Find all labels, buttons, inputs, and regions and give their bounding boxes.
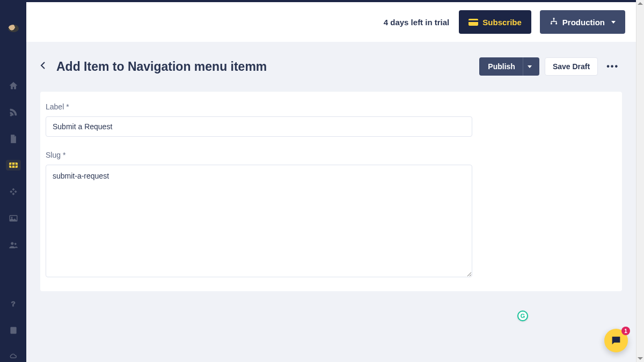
- svg-rect-9: [10, 327, 16, 334]
- back-button[interactable]: [40, 62, 46, 71]
- scrollbar[interactable]: [636, 0, 644, 362]
- caret-down-icon: [528, 65, 532, 68]
- components-icon: [9, 187, 18, 197]
- credit-card-icon: [469, 19, 478, 26]
- avatar[interactable]: [8, 25, 19, 32]
- save-draft-button[interactable]: Save Draft: [545, 57, 598, 76]
- svg-rect-12: [555, 23, 557, 24]
- environment-selector[interactable]: Production: [540, 10, 625, 34]
- label-field-group: Label *: [46, 102, 475, 137]
- sidebar-item-collections[interactable]: [6, 160, 21, 171]
- sidebar-item-components[interactable]: [6, 187, 21, 197]
- book-icon: [9, 326, 18, 335]
- sidebar-item-blog[interactable]: [6, 107, 21, 117]
- svg-rect-10: [553, 18, 554, 19]
- chat-launcher-button[interactable]: 1: [604, 329, 628, 352]
- sidebar-item-home[interactable]: [6, 80, 21, 91]
- page-header-row: Add Item to Navigation menu itemm Publis…: [40, 57, 622, 76]
- grammarly-badge[interactable]: G: [517, 311, 528, 321]
- save-draft-label: Save Draft: [553, 62, 590, 71]
- slug-field-group: Slug *: [46, 151, 475, 279]
- environment-label: Production: [562, 18, 605, 27]
- form-card: Label * Slug *: [40, 92, 622, 291]
- more-actions-button[interactable]: •••: [603, 62, 622, 71]
- trial-remaining-text: 4 days left in trial: [384, 18, 450, 27]
- sidebar-item-media[interactable]: [6, 213, 21, 224]
- scroll-down-icon: [638, 357, 643, 360]
- page-title: Add Item to Navigation menu itemm: [56, 60, 267, 74]
- svg-point-7: [14, 243, 16, 245]
- subscribe-label: Subscribe: [482, 18, 522, 27]
- publish-separator: [523, 57, 523, 76]
- label-input[interactable]: [46, 116, 472, 137]
- page-body: Add Item to Navigation menu itemm Publis…: [26, 42, 636, 362]
- svg-point-6: [11, 242, 13, 245]
- chevron-down-icon: [611, 21, 616, 24]
- slug-field-label: Slug *: [46, 151, 475, 159]
- scroll-up-icon: [638, 2, 643, 5]
- chat-icon: [610, 335, 622, 346]
- svg-point-5: [11, 217, 12, 218]
- sidebar-item-settings[interactable]: [6, 351, 21, 362]
- home-icon: [9, 81, 18, 91]
- required-indicator: *: [66, 102, 69, 111]
- svg-rect-11: [551, 23, 552, 24]
- header: 4 days left in trial Subscribe Productio…: [26, 2, 636, 42]
- publish-label: Publish: [488, 62, 515, 71]
- publish-button[interactable]: Publish: [479, 57, 539, 76]
- question-icon: ?: [9, 299, 18, 308]
- grid-icon: [9, 160, 18, 170]
- sidebar-item-pages[interactable]: [6, 134, 21, 144]
- page-icon: [9, 134, 18, 144]
- sidebar-item-users[interactable]: [6, 240, 21, 250]
- cloud-icon: [9, 352, 18, 361]
- image-icon: [9, 213, 18, 223]
- chat-badge: 1: [621, 327, 630, 335]
- sidebar: ?: [0, 0, 26, 362]
- required-indicator: *: [63, 151, 65, 159]
- svg-text:?: ?: [11, 300, 15, 308]
- sidebar-item-docs[interactable]: [6, 325, 21, 336]
- rss-icon: [9, 107, 18, 117]
- subscribe-button[interactable]: Subscribe: [459, 10, 531, 34]
- slug-input[interactable]: [46, 165, 472, 277]
- hierarchy-icon: [550, 17, 558, 27]
- sidebar-item-help[interactable]: ?: [6, 298, 21, 309]
- chevron-left-icon: [40, 62, 46, 69]
- label-field-label: Label *: [46, 102, 475, 111]
- users-icon: [9, 240, 18, 250]
